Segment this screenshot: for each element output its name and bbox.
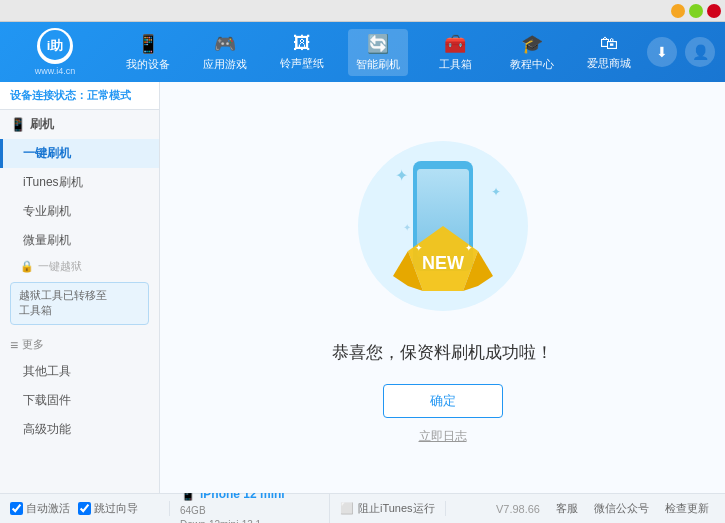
more-header: 更多 — [0, 333, 159, 357]
update-link[interactable]: 检查更新 — [665, 501, 709, 516]
logo-text: i助 — [39, 29, 71, 63]
service-link[interactable]: 客服 — [556, 501, 578, 516]
bottom-bar: 自动激活 跳过向导 📱 iPhone 12 mini 64GB Down-12m… — [0, 493, 725, 523]
skip-guide-checkbox[interactable]: 跳过向导 — [78, 501, 138, 516]
auto-start-input[interactable] — [10, 502, 23, 515]
logo-icon: i助 — [37, 28, 73, 64]
success-illustration: ✦ ✦ ✦ NEW ✦ ✦ — [343, 131, 543, 331]
illustration-svg: ✦ ✦ ✦ NEW ✦ ✦ — [343, 131, 543, 331]
wallpaper-label: 铃声壁纸 — [280, 56, 324, 71]
itunes-label: 阻止iTunes运行 — [358, 501, 435, 516]
itunes-bar[interactable]: ⬜ 阻止iTunes运行 — [330, 501, 446, 516]
apps-label: 应用游戏 — [203, 57, 247, 72]
nav-items: 📱 我的设备 🎮 应用游戏 🖼 铃声壁纸 🔄 智能刷机 🧰 工具箱 🎓 教程中心… — [110, 29, 647, 76]
flash-section-label: 刷机 — [30, 116, 54, 133]
nav-my-device[interactable]: 📱 我的设备 — [118, 29, 178, 76]
title-bar — [0, 0, 725, 22]
content-area: ✦ ✦ ✦ NEW ✦ ✦ 恭喜您，保资料刷机成功啦！ 确定 立即日志 — [160, 82, 725, 493]
minimize-button[interactable] — [671, 4, 685, 18]
sidebar-item-itunes[interactable]: iTunes刷机 — [0, 168, 159, 197]
wechat-link[interactable]: 微信公众号 — [594, 501, 649, 516]
smart-shop-label: 智能刷机 — [356, 57, 400, 72]
skip-guide-input[interactable] — [78, 502, 91, 515]
mall-label: 爱思商城 — [587, 56, 631, 71]
status-label: 设备连接状态： — [10, 89, 87, 101]
itunes-icon: ⬜ — [340, 502, 354, 515]
download-button[interactable]: ⬇ — [647, 37, 677, 67]
nav-smart-shop[interactable]: 🔄 智能刷机 — [348, 29, 408, 76]
status-bar: 设备连接状态：正常模式 — [0, 82, 159, 110]
nav-toolbox[interactable]: 🧰 工具箱 — [425, 29, 485, 76]
wallpaper-icon: 🖼 — [293, 33, 311, 54]
close-button[interactable] — [707, 4, 721, 18]
tutorials-label: 教程中心 — [510, 57, 554, 72]
flash-section-header: 📱 刷机 — [0, 110, 159, 139]
confirm-button[interactable]: 确定 — [383, 384, 503, 418]
flash-section-icon: 📱 — [10, 117, 26, 132]
svg-text:✦: ✦ — [395, 167, 408, 184]
more-section: 更多 其他工具 下载固件 高级功能 — [0, 333, 159, 444]
header: i助 www.i4.cn 📱 我的设备 🎮 应用游戏 🖼 铃声壁纸 🔄 智能刷机… — [0, 22, 725, 82]
svg-text:i助: i助 — [47, 38, 64, 53]
sidebar-item-one-key[interactable]: 一键刷机 — [0, 139, 159, 168]
header-right: ⬇ 👤 — [647, 37, 715, 67]
toolbox-icon: 🧰 — [444, 33, 466, 55]
nav-apps[interactable]: 🎮 应用游戏 — [195, 29, 255, 76]
success-message: 恭喜您，保资料刷机成功啦！ — [332, 341, 553, 364]
tutorials-icon: 🎓 — [521, 33, 543, 55]
apps-icon: 🎮 — [214, 33, 236, 55]
auto-start-label: 自动激活 — [26, 501, 70, 516]
version-text: V7.98.66 — [496, 503, 540, 515]
sidebar-item-download-fw[interactable]: 下载固件 — [0, 386, 159, 415]
svg-text:✦: ✦ — [415, 243, 423, 253]
toolbox-label: 工具箱 — [439, 57, 472, 72]
nav-mall[interactable]: 🛍 爱思商城 — [579, 29, 639, 76]
my-device-icon: 📱 — [137, 33, 159, 55]
nav-tutorials[interactable]: 🎓 教程中心 — [502, 29, 562, 76]
svg-text:✦: ✦ — [465, 243, 473, 253]
lock-icon: 🔒 — [20, 260, 34, 273]
skip-guide-label: 跳过向导 — [94, 501, 138, 516]
user-button[interactable]: 👤 — [685, 37, 715, 67]
auto-start-checkbox[interactable]: 自动激活 — [10, 501, 70, 516]
sidebar-notice: 越狱工具已转移至工具箱 — [10, 282, 149, 325]
smart-shop-icon: 🔄 — [367, 33, 389, 55]
svg-text:NEW: NEW — [422, 253, 464, 273]
sidebar-locked-jailbreak: 🔒 一键越狱 — [0, 255, 159, 278]
logo-area: i助 www.i4.cn — [10, 28, 100, 76]
sidebar-item-other-tools[interactable]: 其他工具 — [0, 357, 159, 386]
main-layout: 设备连接状态：正常模式 📱 刷机 一键刷机 iTunes刷机 专业刷机 微量刷机… — [0, 82, 725, 493]
bottom-left: 自动激活 跳过向导 — [10, 501, 170, 516]
svg-text:✦: ✦ — [491, 185, 501, 199]
mall-icon: 🛍 — [600, 33, 618, 54]
logo-url: www.i4.cn — [35, 66, 76, 76]
device-firmware: Down-12mini-13,1 — [180, 518, 319, 523]
maximize-button[interactable] — [689, 4, 703, 18]
svg-text:✦: ✦ — [403, 222, 411, 233]
sidebar-item-data-save[interactable]: 微量刷机 — [0, 226, 159, 255]
sidebar: 设备连接状态：正常模式 📱 刷机 一键刷机 iTunes刷机 专业刷机 微量刷机… — [0, 82, 160, 493]
sidebar-item-advanced[interactable]: 高级功能 — [0, 415, 159, 444]
device-storage: 64GB — [180, 504, 319, 518]
sidebar-item-pro[interactable]: 专业刷机 — [0, 197, 159, 226]
status-value: 正常模式 — [87, 89, 131, 101]
skip-link[interactable]: 立即日志 — [419, 428, 467, 445]
nav-wallpaper[interactable]: 🖼 铃声壁纸 — [272, 29, 332, 76]
my-device-label: 我的设备 — [126, 57, 170, 72]
bottom-right: V7.98.66 客服 微信公众号 检查更新 — [446, 501, 715, 516]
